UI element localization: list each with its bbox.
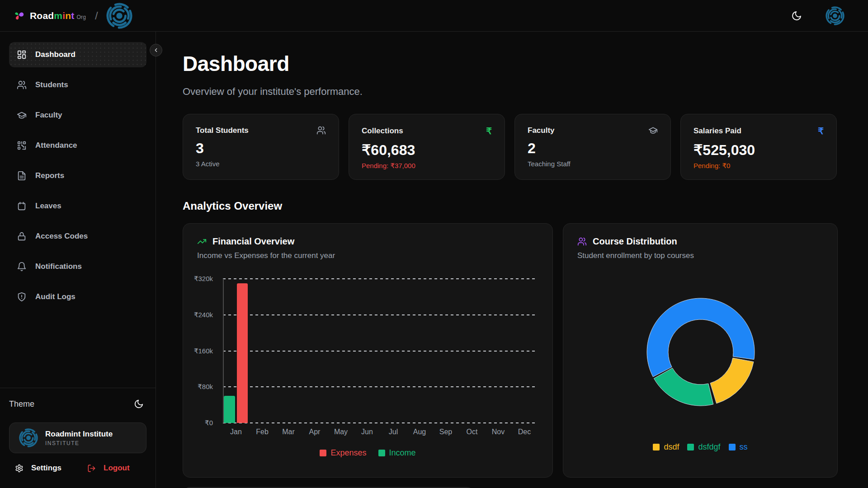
donut-chart xyxy=(646,298,755,406)
users-icon xyxy=(316,126,326,135)
x-axis-tick: Oct xyxy=(459,428,485,436)
gridline xyxy=(223,422,538,423)
stat-subtext: 3 Active xyxy=(196,160,326,168)
legend-swatch xyxy=(729,444,736,450)
theme-toggle-button-sidebar[interactable] xyxy=(134,399,144,409)
theme-toggle-button[interactable] xyxy=(791,10,802,21)
sidebar-item-reports[interactable]: Reports xyxy=(9,163,146,188)
org-name: Roadmint Institute xyxy=(45,430,113,439)
sidebar-collapse-button[interactable] xyxy=(150,44,162,56)
stat-subtext: Pending: ₹37,000 xyxy=(362,162,492,170)
brand[interactable]: RoadmintOrg / xyxy=(0,3,156,29)
sidebar-nav: DashboardStudentsFacultyAttendanceReport… xyxy=(0,32,156,310)
brand-divider: / xyxy=(95,9,98,22)
gridline xyxy=(223,386,538,387)
faculty-icon xyxy=(17,110,27,120)
app-root: RoadmintOrg / DashboardStudentsFacultyAt… xyxy=(0,0,868,488)
x-axis-tick: Dec xyxy=(511,428,538,436)
stat-title: Total Students xyxy=(196,126,249,135)
settings-button[interactable]: Settings xyxy=(15,464,61,473)
sidebar-item-label: Students xyxy=(35,80,68,89)
dashboard-icon xyxy=(17,50,27,60)
stat-title: Faculty xyxy=(528,126,555,135)
stat-title: Collections xyxy=(362,127,403,136)
topbar: RoadmintOrg / xyxy=(0,0,868,32)
brand-letter: n xyxy=(65,10,71,21)
y-axis-tick: ₹320k xyxy=(185,275,213,283)
legend-swatch xyxy=(653,444,660,450)
brand-letter: m xyxy=(54,10,62,21)
course-chart-subtitle: Student enrollment by top courses xyxy=(577,251,694,260)
sidebar-item-notifications[interactable]: Notifications xyxy=(9,254,146,279)
donut-slice-dsdf xyxy=(710,358,754,404)
chevron-left-icon xyxy=(153,47,159,53)
access-codes-icon xyxy=(17,231,27,241)
stat-value: ₹60,683 xyxy=(362,141,492,159)
x-axis-tick: Nov xyxy=(485,428,511,436)
logout-button[interactable]: Logout xyxy=(87,464,130,473)
financial-chart-title: Financial Overview xyxy=(212,236,294,247)
legend-swatch xyxy=(687,444,694,450)
analytics-section-title: Analytics Overview xyxy=(183,200,282,212)
financial-overview-card: Financial Overview Income vs Expenses fo… xyxy=(183,223,553,478)
sidebar-item-faculty[interactable]: Faculty xyxy=(9,103,146,128)
sidebar-footer: Settings Logout xyxy=(9,464,146,473)
org-card[interactable]: Roadmint Institute INSTITUTE xyxy=(9,422,146,453)
logout-label: Logout xyxy=(104,464,130,473)
org-spiral-logo-icon xyxy=(19,428,38,447)
trending-up-icon xyxy=(197,237,207,246)
notifications-icon xyxy=(17,262,27,272)
stat-card-salaries-paid: Salaries Paid₹₹525,030Pending: ₹0 xyxy=(680,114,837,180)
sidebar-item-dashboard[interactable]: Dashboard xyxy=(9,42,146,67)
legend-swatch xyxy=(378,450,385,456)
sidebar-item-label: Leaves xyxy=(35,202,61,211)
main-content: Dashboard Overview of your institute's p… xyxy=(156,32,868,488)
logout-icon xyxy=(87,464,96,473)
bar-expenses-jan xyxy=(237,283,248,423)
x-axis-tick: Jul xyxy=(380,428,406,436)
legend-label: ss xyxy=(740,442,748,452)
brand-name: RoadmintOrg xyxy=(30,10,86,21)
charts-row: Financial Overview Income vs Expenses fo… xyxy=(183,223,838,478)
sidebar-item-students[interactable]: Students xyxy=(9,72,146,98)
brand-suffix: Org xyxy=(76,14,86,20)
sidebar-item-attendance[interactable]: Attendance xyxy=(9,133,146,158)
org-type: INSTITUTE xyxy=(45,440,113,446)
moon-icon xyxy=(791,10,802,21)
gridline xyxy=(223,351,538,352)
financial-chart-header: Financial Overview Income vs Expenses fo… xyxy=(197,236,335,260)
theme-row: Theme xyxy=(9,399,146,409)
legend-item-income: Income xyxy=(378,448,416,458)
course-chart-header: Course Distribution Student enrollment b… xyxy=(577,236,694,260)
sidebar-item-label: Notifications xyxy=(35,262,82,271)
sidebar-item-label: Attendance xyxy=(35,141,77,150)
attendance-icon xyxy=(17,141,27,150)
butterfly-logo-icon xyxy=(14,10,25,22)
sidebar: DashboardStudentsFacultyAttendanceReport… xyxy=(0,32,156,488)
students-icon xyxy=(17,80,27,90)
x-axis-tick: May xyxy=(328,428,354,436)
x-axis-tick: Apr xyxy=(302,428,328,436)
audit-logs-icon xyxy=(17,292,27,302)
bar-chart-legend: ExpensesIncome xyxy=(183,448,552,458)
x-axis-tick: Jan xyxy=(223,428,249,436)
page-subtitle: Overview of your institute's performance… xyxy=(183,86,363,98)
stat-subtext: Pending: ₹0 xyxy=(693,162,824,170)
stat-card-total-students: Total Students33 Active xyxy=(183,114,339,180)
leaves-icon xyxy=(17,201,27,211)
x-axis-tick: Jun xyxy=(354,428,380,436)
legend-item-dsfdgf: dsfdgf xyxy=(687,442,720,452)
sidebar-item-access-codes[interactable]: Access Codes xyxy=(9,224,146,249)
legend-item-ss: ss xyxy=(729,442,748,452)
org-spiral-logo-icon xyxy=(106,3,132,29)
sidebar-item-leaves[interactable]: Leaves xyxy=(9,193,146,219)
sidebar-item-audit-logs[interactable]: Audit Logs xyxy=(9,284,146,310)
sidebar-item-label: Audit Logs xyxy=(35,292,75,301)
gear-icon xyxy=(15,464,24,473)
rupee-icon: ₹ xyxy=(486,126,492,136)
x-axis-tick: Aug xyxy=(406,428,433,436)
stat-value: 3 xyxy=(196,140,326,157)
user-avatar[interactable] xyxy=(826,6,844,25)
legend-label: Income xyxy=(389,448,416,458)
legend-swatch xyxy=(320,450,326,456)
